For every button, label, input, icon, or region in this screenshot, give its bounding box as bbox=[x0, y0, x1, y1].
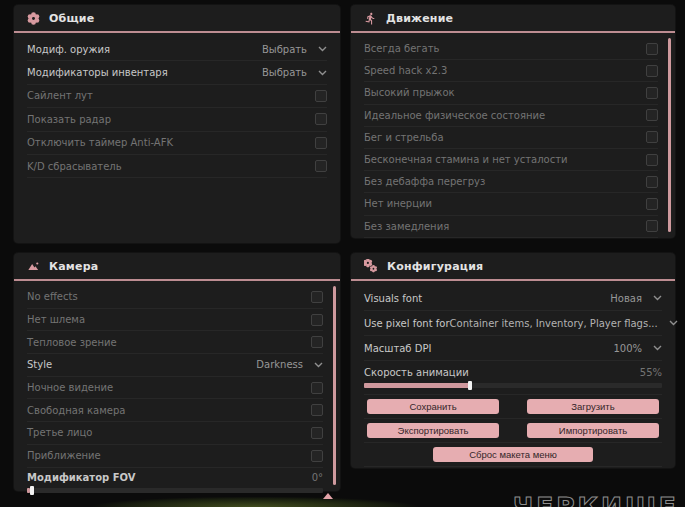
pixel-font-dropdown[interactable]: Container items, Inventory, Player flags… bbox=[450, 318, 678, 329]
image-icon bbox=[27, 260, 40, 273]
row-infinite-stamina[interactable]: Бесконечная стамина и нет усталости bbox=[364, 149, 658, 171]
save-button[interactable]: Сохранить bbox=[367, 399, 499, 414]
weapon-modifier-dropdown[interactable]: Выбрать bbox=[262, 44, 327, 55]
dropdown-value: Container items, Inventory, Player flags… bbox=[450, 318, 658, 329]
dpi-scale-dropdown[interactable]: 100% bbox=[613, 343, 662, 354]
fov-value: 0° bbox=[312, 472, 323, 483]
silent-loot-checkbox[interactable] bbox=[315, 90, 327, 102]
perfect-physical-checkbox[interactable] bbox=[646, 109, 658, 121]
row-fov-modifier[interactable]: Модификатор FOV 0° bbox=[27, 469, 323, 493]
thermal-vision-checkbox[interactable] bbox=[311, 336, 323, 348]
row-label: Третье лицо bbox=[27, 427, 92, 438]
high-jump-checkbox[interactable] bbox=[646, 87, 658, 99]
panel-general-header: Общие bbox=[14, 5, 340, 31]
row-zoom[interactable]: Приближение bbox=[27, 445, 323, 468]
row-perfect-physical-state[interactable]: Идеальное физическое состояние bbox=[364, 105, 658, 127]
anti-afk-checkbox[interactable] bbox=[315, 137, 327, 149]
export-button[interactable]: Экспортировать bbox=[367, 423, 499, 438]
infinite-stamina-checkbox[interactable] bbox=[646, 154, 658, 166]
row-night-vision[interactable]: Ночное видение bbox=[27, 377, 323, 400]
panel-title: Общие bbox=[49, 12, 94, 25]
row-inventory-modifiers[interactable]: Модификаторы инвентаря Выбрать bbox=[27, 61, 327, 84]
night-vision-checkbox[interactable] bbox=[311, 382, 323, 394]
gears-icon bbox=[364, 259, 378, 273]
no-effects-checkbox[interactable] bbox=[311, 291, 323, 303]
dropdown-value: Выбрать bbox=[262, 67, 307, 78]
row-label: Ночное видение bbox=[27, 382, 113, 393]
load-button[interactable]: Загрузить bbox=[527, 399, 659, 414]
row-label: No effects bbox=[27, 291, 78, 302]
style-dropdown[interactable]: Darkness bbox=[256, 359, 323, 370]
panel-movement-header: Движение bbox=[351, 5, 675, 31]
scroll-up-arrow-icon bbox=[323, 493, 333, 499]
row-label: Отключить таймер Anti-AFK bbox=[27, 137, 173, 148]
dropdown-value: Новая bbox=[610, 293, 642, 304]
third-person-checkbox[interactable] bbox=[311, 427, 323, 439]
row-label: Без дебаффа перегруз bbox=[364, 176, 485, 187]
no-slowdown-checkbox[interactable] bbox=[646, 220, 658, 232]
row-animation-speed[interactable]: Скорость анимации 55% bbox=[364, 364, 662, 395]
camera-scrollbar[interactable] bbox=[333, 286, 336, 485]
slider-handle[interactable] bbox=[468, 381, 472, 390]
no-helmet-checkbox[interactable] bbox=[311, 314, 323, 326]
row-no-effects[interactable]: No effects bbox=[27, 286, 323, 309]
chevron-down-icon bbox=[318, 70, 327, 76]
no-overload-debuff-checkbox[interactable] bbox=[646, 176, 658, 188]
row-label: Приближение bbox=[27, 450, 101, 461]
panel-config: Конфигурация Visuals font Новая Use pixe… bbox=[351, 253, 675, 468]
row-visuals-font[interactable]: Visuals font Новая bbox=[364, 286, 662, 311]
chevron-down-icon bbox=[318, 46, 327, 52]
row-pixel-font[interactable]: Use pixel font for Container items, Inve… bbox=[364, 311, 662, 336]
always-run-checkbox[interactable] bbox=[646, 43, 658, 55]
row-no-overload-debuff[interactable]: Без дебаффа перегруз bbox=[364, 171, 658, 193]
panel-title: Конфигурация bbox=[387, 260, 483, 273]
row-always-run[interactable]: Всегда бегать bbox=[364, 38, 658, 60]
run-and-shoot-checkbox[interactable] bbox=[646, 131, 658, 143]
row-label: Скорость анимации bbox=[364, 367, 469, 378]
no-inertia-checkbox[interactable] bbox=[646, 198, 658, 210]
row-speed-hack[interactable]: Speed hack x2.3 bbox=[364, 60, 658, 82]
row-label: Без замедления bbox=[364, 221, 449, 232]
show-radar-checkbox[interactable] bbox=[315, 113, 327, 125]
row-no-helmet[interactable]: Нет шлема bbox=[27, 309, 323, 332]
row-label: Тепловое зрение bbox=[27, 337, 117, 348]
row-thermal-vision[interactable]: Тепловое зрение bbox=[27, 331, 323, 354]
kd-resetter-checkbox[interactable] bbox=[315, 160, 327, 172]
row-anti-afk-timer[interactable]: Отключить таймер Anti-AFK bbox=[27, 132, 327, 155]
reset-menu-layout-button[interactable]: Сброс макета меню bbox=[433, 447, 593, 462]
visuals-font-dropdown[interactable]: Новая bbox=[610, 293, 662, 304]
row-silent-loot[interactable]: Сайлент лут bbox=[27, 85, 327, 108]
import-button[interactable]: Импортировать bbox=[527, 423, 659, 438]
inventory-modifiers-dropdown[interactable]: Выбрать bbox=[262, 67, 327, 78]
row-high-jump[interactable]: Высокий прыжок bbox=[364, 82, 658, 104]
row-weapon-modifier[interactable]: Модиф. оружия Выбрать bbox=[27, 38, 327, 61]
row-label: Всегда бегать bbox=[364, 43, 439, 54]
row-label: Use pixel font for bbox=[364, 318, 450, 329]
animation-speed-value: 55% bbox=[640, 367, 662, 378]
row-dpi-scale[interactable]: Масштаб DPI 100% bbox=[364, 336, 662, 361]
row-third-person[interactable]: Третье лицо bbox=[27, 422, 323, 445]
free-camera-checkbox[interactable] bbox=[311, 404, 323, 416]
movement-scrollbar[interactable] bbox=[668, 38, 671, 232]
row-style[interactable]: Style Darkness bbox=[27, 354, 323, 377]
flower-icon bbox=[27, 12, 40, 25]
slider-handle[interactable] bbox=[30, 486, 34, 495]
panel-title: Камера bbox=[49, 260, 98, 273]
runner-icon bbox=[364, 12, 377, 25]
chevron-down-icon bbox=[314, 362, 323, 368]
row-free-camera[interactable]: Свободная камера bbox=[27, 399, 323, 422]
row-no-slowdown[interactable]: Без замедления bbox=[364, 216, 658, 238]
row-show-radar[interactable]: Показать радар bbox=[27, 108, 327, 131]
row-label: Бесконечная стамина и нет усталости bbox=[364, 154, 568, 165]
row-kd-resetter[interactable]: K/D сбрасыватель bbox=[27, 155, 327, 178]
speed-hack-checkbox[interactable] bbox=[646, 65, 658, 77]
animation-speed-slider[interactable] bbox=[364, 383, 662, 388]
row-label: K/D сбрасыватель bbox=[27, 161, 122, 172]
zoom-checkbox[interactable] bbox=[311, 450, 323, 462]
row-run-and-shoot[interactable]: Бег и стрельба bbox=[364, 127, 658, 149]
row-label: Масштаб DPI bbox=[364, 343, 431, 354]
row-label: Свободная камера bbox=[27, 405, 125, 416]
row-no-inertia[interactable]: Нет инерции bbox=[364, 193, 658, 215]
dropdown-value: Darkness bbox=[256, 359, 303, 370]
fov-slider[interactable] bbox=[27, 488, 323, 493]
